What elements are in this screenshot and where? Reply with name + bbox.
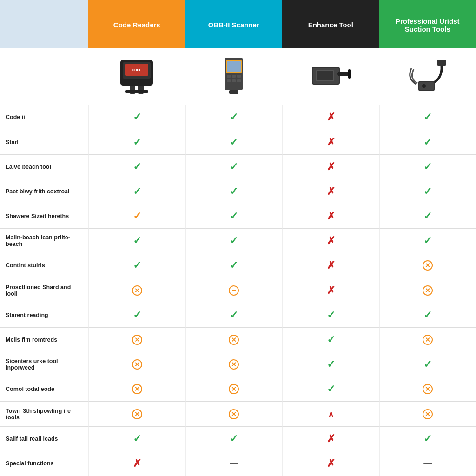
img-enhance-tool [282,48,379,105]
feature-label: Contint stuirls [0,253,88,278]
feature-label: Laive beach tool [0,155,88,179]
feature-icon-cell: — [379,451,476,476]
feature-icon-cell: ✓ [379,130,476,155]
check-green-icon: ✓ [423,433,432,445]
svg-rect-14 [232,79,236,82]
feature-label: Salif tail reall lcads [0,427,88,451]
header-professional: Professional Uridst Suction Tools [379,0,476,48]
feature-icon-cell: ✓ [185,130,283,155]
feature-icon-cell: ✕ [379,328,476,352]
feature-icon-cell: ✕ [88,377,185,402]
feature-icon-cell: ✓ [282,303,379,328]
feature-icon-cell: ✗ [88,451,185,476]
feature-label: Special functions [0,451,88,476]
feature-icon-cell: ✓ [379,204,476,229]
circle-x-orange-icon: ✕ [132,409,142,419]
svg-rect-10 [227,75,231,78]
feature-icon-cell: ✓ [185,204,283,229]
feature-icon-cell: ✗ [282,229,379,253]
feature-icon-cell: ✓ [88,204,185,229]
feature-icon-cell: ✕ [88,352,185,377]
feature-icon-cell: ✓ [88,105,185,130]
svg-rect-6 [125,90,148,93]
svg-rect-11 [232,75,236,78]
check-green-icon: ✓ [230,433,238,445]
code-reader-image: CODE [113,55,160,97]
check-green-icon: ✓ [327,358,335,370]
feature-label: Starl [0,130,88,155]
x-red-icon: ✗ [327,284,335,297]
x-red-icon: ✗ [327,161,335,173]
circle-x-orange-icon: ✕ [229,409,239,419]
feature-icon-cell: ✓ [88,303,185,328]
feature-icon-cell: ✕ [88,278,185,303]
feature-icon-cell: ✓ [88,253,185,278]
x-red-icon: ✗ [327,111,335,123]
feature-icon-cell: ✕ [88,328,185,352]
svg-rect-16 [229,90,238,94]
feature-icon-cell: ✗ [282,427,379,451]
circle-x-orange-icon: ✕ [229,335,239,345]
feature-label: Shawere Sizeit hereths [0,204,88,229]
circle-x-orange-icon: ✕ [132,335,142,345]
dash-icon: — [423,458,432,468]
feature-icon-cell: − [185,278,283,303]
x-red-icon: ✗ [327,185,335,198]
feature-icon-cell: ✓ [185,155,283,179]
feature-label: Paet blwy frith coxtroal [0,179,88,204]
svg-rect-13 [227,79,231,82]
feature-icon-cell: ✓ [88,427,185,451]
check-orange-icon: ✓ [133,210,141,222]
svg-rect-19 [337,72,349,76]
feature-icon-cell: ✓ [379,105,476,130]
svg-rect-22 [317,71,333,80]
circle-x-orange-icon: ✕ [423,285,433,296]
check-green-icon: ✓ [327,309,335,321]
check-green-icon: ✓ [133,136,141,148]
check-green-icon: ✓ [423,358,432,370]
feature-icon-cell: ✓ [88,155,185,179]
header-obd-scanner: OBB-II Scanner [185,0,283,48]
enhance-tool-image [307,55,354,97]
svg-text:CODE: CODE [132,68,142,72]
svg-rect-15 [237,79,241,82]
feature-icon-cell: ✗ [282,105,379,130]
feature-label: Starent reading [0,303,88,328]
feature-icon-cell: ✗ [282,155,379,179]
svg-rect-25 [419,82,434,90]
feature-icon-cell: ✗ [282,179,379,204]
svg-rect-23 [437,60,446,66]
feature-icon-cell: — [185,451,283,476]
feature-icon-cell: ✗ [282,278,379,303]
check-green-icon: ✓ [133,161,141,173]
feature-label: Towrr 3th shpowling ire tools [0,402,88,426]
svg-rect-5 [138,86,144,94]
professional-tool-image [404,55,451,97]
feature-icon-cell: ✓ [185,303,283,328]
feature-icon-cell: ✗ [282,204,379,229]
check-green-icon: ✓ [230,185,238,198]
feature-icon-cell: ✓ [379,427,476,451]
svg-rect-9 [227,61,241,72]
feature-icon-cell: ✓ [185,179,283,204]
circle-x-orange-icon: ✕ [229,384,239,394]
svg-point-26 [422,84,426,88]
feature-icon-cell: ✓ [379,155,476,179]
feature-icon-cell: ✓ [282,328,379,352]
check-green-icon: ✓ [133,309,141,321]
feature-icon-cell: ✓ [185,105,283,130]
feature-icon-cell: ✓ [185,253,283,278]
feature-label: Prosctlioned Shard and looll [0,278,88,303]
check-green-icon: ✓ [230,210,238,222]
check-green-icon: ✓ [230,235,238,247]
check-green-icon: ✓ [133,235,141,247]
svg-rect-20 [348,69,351,79]
feature-icon-cell: ✕ [379,402,476,426]
svg-rect-12 [237,75,241,78]
feature-label: Melis fim romtreds [0,328,88,352]
check-green-icon: ✓ [423,210,432,222]
feature-label: Code ii [0,105,88,130]
circle-x-orange-icon: ✕ [132,384,142,394]
feature-icon-cell: ✓ [379,229,476,253]
check-green-icon: ✓ [327,383,335,395]
